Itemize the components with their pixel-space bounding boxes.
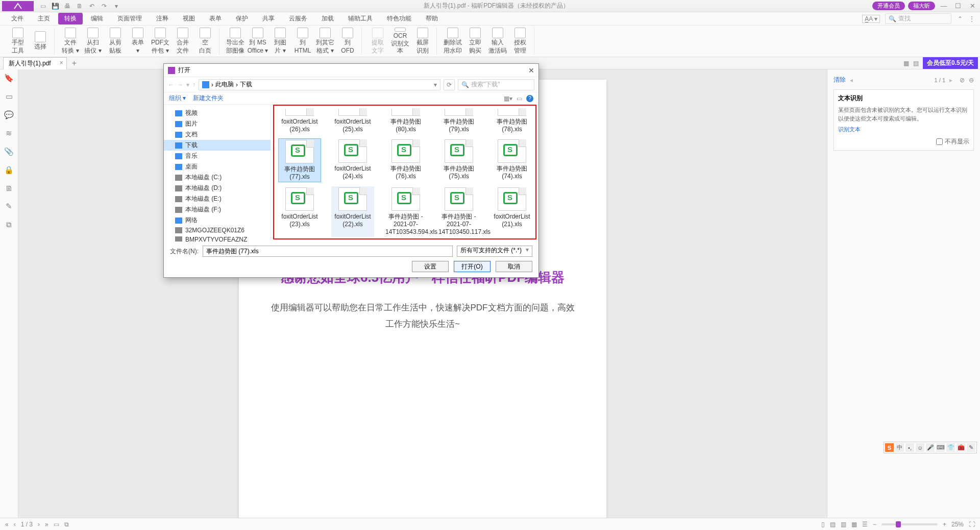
file-item[interactable]: foxitOrderList (23).xls: [278, 186, 321, 237]
file-item[interactable]: 事件趋势图 (75).xls: [437, 138, 480, 182]
help-icon[interactable]: ?: [526, 95, 533, 102]
ribbon-提取[interactable]: 提取文字: [367, 28, 388, 55]
menu-编辑[interactable]: 编辑: [85, 13, 109, 25]
tree-音乐[interactable]: 音乐: [164, 151, 271, 161]
ime-lang[interactable]: 中: [895, 443, 904, 452]
collapse-ribbon-icon[interactable]: ⌃: [958, 15, 963, 22]
ribbon-从剪[interactable]: 从剪贴板: [105, 28, 126, 55]
ribbon-输入[interactable]: 输入激活码: [487, 28, 508, 55]
ime-i1[interactable]: •,: [905, 443, 914, 452]
menu-more-icon[interactable]: ⋮: [969, 15, 975, 22]
pages-icon[interactable]: ▭: [6, 92, 13, 101]
ribbon-空[interactable]: 空白页: [194, 28, 216, 55]
file-item[interactable]: 事件趋势图 (74).xls: [491, 138, 533, 182]
add-tab-button[interactable]: +: [72, 59, 77, 68]
ribbon-合并[interactable]: 合并文件: [172, 28, 193, 55]
last-page-icon[interactable]: »: [45, 521, 48, 528]
qat-undo-icon[interactable]: ↶: [88, 2, 96, 10]
fullscreen-icon[interactable]: ⛶: [969, 521, 975, 528]
nav-history-icon[interactable]: ▾: [186, 81, 189, 88]
attach-icon[interactable]: 📎: [4, 147, 14, 156]
tree-本地磁盘 (F:)[interactable]: 本地磁盘 (F:): [164, 204, 271, 215]
ime-toolbar[interactable]: S 中 •, ☺ 🎤 ⌨ 👕 🧰 ✎: [884, 442, 977, 453]
ribbon-到 MS[interactable]: 到 MSOffice ▾: [247, 28, 268, 55]
ribbon-删除试[interactable]: 删除试用水印: [442, 28, 463, 55]
sogou-icon[interactable]: S: [885, 443, 894, 452]
nav-fwd-icon[interactable]: →: [177, 81, 183, 88]
file-item[interactable]: 事件趋势图 - 2021-07-14T103543.594.xls: [384, 186, 427, 237]
tree-桌面[interactable]: 桌面: [164, 161, 271, 172]
menu-视图[interactable]: 视图: [177, 13, 201, 25]
crumb-root[interactable]: 此电脑: [215, 80, 234, 89]
ribbon-到其它[interactable]: 到其它格式 ▾: [314, 28, 336, 55]
layout-5-icon[interactable]: ☰: [862, 521, 868, 528]
ribbon-从扫[interactable]: 从扫描仪 ▾: [82, 28, 104, 55]
qat-redo-icon[interactable]: ↷: [100, 2, 108, 10]
minimize-button[interactable]: —: [938, 2, 949, 10]
ime-i4[interactable]: ⌨: [936, 443, 945, 452]
refresh-icon[interactable]: ⟳: [444, 79, 455, 90]
vip-pill[interactable]: 开通会员: [872, 2, 905, 10]
view-list-icon[interactable]: ▤: [913, 60, 919, 67]
ocr-link[interactable]: 识别文本: [838, 126, 861, 133]
file-list[interactable]: foxitOrderList (26).xlsfoxitOrderList (2…: [271, 105, 538, 242]
tree-32MGOJZEEQK01Z6[interactable]: 32MGOJZEEQK01Z6: [164, 226, 271, 235]
file-item[interactable]: 事件趋势图 (77).xls: [278, 138, 321, 182]
page-indicator[interactable]: 1 / 3: [21, 521, 33, 528]
close-button[interactable]: ✕: [967, 2, 978, 10]
stack-icon[interactable]: ⧉: [6, 220, 12, 229]
preview-pane-icon[interactable]: ▭: [517, 95, 522, 102]
zoom-value[interactable]: 25%: [951, 521, 964, 528]
crumb-leaf[interactable]: 下载: [240, 80, 252, 89]
file-item[interactable]: 事件趋势图 (76).xls: [384, 138, 427, 182]
tree-文档[interactable]: 文档: [164, 129, 271, 140]
menu-辅助工具[interactable]: 辅助工具: [342, 13, 379, 25]
prev-page-icon[interactable]: ‹: [14, 521, 16, 528]
filetype-select[interactable]: 所有可支持的文件 (*.*) ▾: [457, 246, 532, 257]
layers-icon[interactable]: ≋: [6, 129, 12, 138]
tree-下载[interactable]: 下载: [164, 140, 271, 151]
dialog-close-icon[interactable]: ✕: [528, 66, 534, 75]
layout-1-icon[interactable]: ▯: [821, 521, 825, 528]
folder-tree[interactable]: 视频图片文档下载音乐桌面本地磁盘 (C:)本地磁盘 (D:)本地磁盘 (E:)本…: [164, 105, 271, 242]
file-item[interactable]: 事件趋势图 (78).xls: [491, 108, 533, 134]
close-tab-icon[interactable]: ×: [60, 59, 63, 66]
doc-icon[interactable]: 🗎: [5, 184, 13, 192]
nav-up-icon[interactable]: ↑: [192, 81, 195, 88]
ribbon-选择[interactable]: 选择: [30, 28, 51, 55]
file-item[interactable]: 事件趋势图 (79).xls: [437, 108, 480, 134]
ribbon-PDF文[interactable]: PDF文件包 ▾: [150, 28, 171, 55]
qat-more-icon[interactable]: ▾: [112, 2, 120, 10]
tree-视频[interactable]: 视频: [164, 108, 271, 118]
sign-icon[interactable]: ✎: [6, 202, 12, 211]
panel-minus-icon[interactable]: ⊖: [969, 77, 974, 84]
ribbon-授权[interactable]: 授权管理: [509, 28, 531, 55]
file-item[interactable]: 事件趋势图 - 2021-07-14T103450.117.xls: [437, 186, 480, 237]
ribbon-立即[interactable]: 立即购买: [464, 28, 486, 55]
dont-show-input[interactable]: [936, 138, 943, 145]
ribbon-到图[interactable]: 到图片 ▾: [270, 28, 291, 55]
filename-input[interactable]: [203, 246, 453, 257]
ribbon-截屏[interactable]: 截屏识别: [412, 28, 433, 55]
tree-BMPXVTYVOFEAZNZ[interactable]: BMPXVTYVOFEAZNZ: [164, 235, 271, 242]
ime-i7[interactable]: ✎: [967, 443, 975, 452]
dialog-titlebar[interactable]: 打开 ✕: [164, 64, 538, 77]
crumb-dropdown-icon[interactable]: ▾: [434, 81, 437, 88]
layout-3-icon[interactable]: ▥: [841, 521, 846, 528]
comment-icon[interactable]: 💬: [4, 110, 14, 119]
ribbon-到[interactable]: 到HTML: [292, 28, 313, 55]
doc-tab[interactable]: 新人引导(1).pdf ×: [3, 57, 67, 69]
zoom-slider[interactable]: [881, 523, 938, 525]
prev-icon[interactable]: ◂: [850, 77, 853, 84]
qat-print-icon[interactable]: 🖶: [63, 2, 71, 10]
sb-icon-a[interactable]: ▭: [54, 521, 59, 528]
search-input[interactable]: 🔍 查找: [885, 13, 951, 24]
layout-2-icon[interactable]: ▤: [830, 521, 836, 528]
tree-本地磁盘 (D:)[interactable]: 本地磁盘 (D:): [164, 183, 271, 194]
menu-表单[interactable]: 表单: [203, 13, 228, 25]
maximize-button[interactable]: ☐: [952, 2, 964, 10]
dont-show-checkbox[interactable]: 不再显示: [838, 137, 969, 146]
organize-button[interactable]: 组织 ▾: [169, 94, 186, 103]
ime-i5[interactable]: 👕: [946, 443, 955, 452]
next-page-icon[interactable]: ›: [38, 521, 40, 528]
